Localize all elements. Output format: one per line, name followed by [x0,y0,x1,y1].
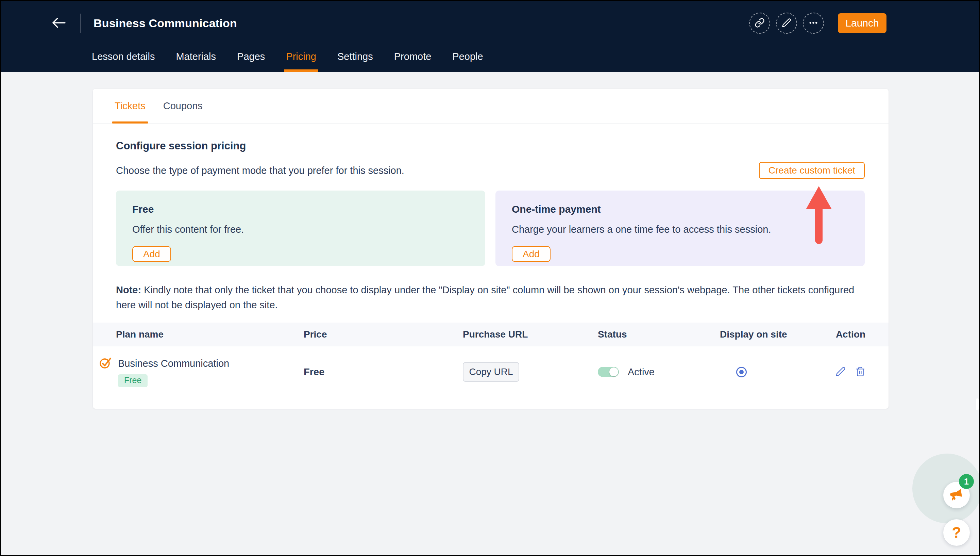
plan-cell: Business Communication Free [100,357,304,387]
column-purchase-url: Purchase URL [463,329,598,340]
header-left: Business Communication [51,14,237,33]
header-top-row: Business Communication [1,1,979,41]
app-header: Business Communication [1,1,979,72]
column-plan-name: Plan name [116,329,304,340]
ellipsis-icon [808,18,819,29]
more-options-button[interactable] [803,13,824,34]
status-cell: Active [598,367,720,378]
create-custom-ticket-button[interactable]: Create custom ticket [759,162,865,179]
pricing-subtabs: Tickets Coupons [93,89,888,123]
price-value: Free [304,367,463,378]
table-row: Business Communication Free Free Copy UR… [93,346,888,398]
purchase-url-cell: Copy URL [463,362,598,382]
status-label: Active [628,367,654,378]
help-button[interactable]: ? [943,519,970,546]
page-title: Business Communication [93,17,237,30]
tab-pricing[interactable]: Pricing [286,41,316,72]
note-text: Note: Kindly note that only the ticket t… [116,283,865,312]
plan-name-block: Business Communication Free [118,357,229,387]
option-onetime-title: One-time payment [512,204,848,215]
note-prefix: Note: [116,284,141,295]
option-onetime-description: Charge your learners a one time fee to a… [512,224,848,235]
tab-promote[interactable]: Promote [394,41,432,72]
notification-count-badge: 1 [959,474,974,489]
option-free-card: Free Offer this content for free. Add [116,191,485,266]
subtab-tickets[interactable]: Tickets [112,89,148,123]
plan-name: Business Communication [118,357,229,370]
add-free-button[interactable]: Add [132,246,171,262]
trash-icon [855,367,866,378]
display-on-site-cell [720,367,819,377]
tab-pages[interactable]: Pages [237,41,265,72]
delete-ticket-button[interactable] [855,367,866,378]
section-heading: Configure session pricing [116,140,865,152]
pencil-icon [782,18,791,29]
back-button[interactable] [51,16,67,31]
copy-link-button[interactable] [749,13,770,34]
arrow-left-icon [52,17,66,30]
subtab-coupons[interactable]: Coupons [161,89,205,123]
payment-options: Free Offer this content for free. Add On… [116,191,865,266]
pricing-card: Tickets Coupons Configure session pricin… [93,89,888,409]
status-toggle[interactable] [598,367,619,377]
scrollbar-thumb[interactable] [976,398,978,410]
check-circle-icon [100,357,112,387]
tab-people[interactable]: People [452,41,483,72]
column-status: Status [598,329,720,340]
copy-url-button[interactable]: Copy URL [463,362,519,382]
tab-lesson-details[interactable]: Lesson details [92,41,155,72]
main-tabs: Lesson details Materials Pages Pricing S… [1,41,979,72]
radio-dot [739,370,744,374]
tickets-table: Plan name Price Purchase URL Status Disp… [93,323,888,398]
option-free-title: Free [132,204,469,215]
edit-ticket-button[interactable] [835,367,846,378]
actions-cell [819,367,866,378]
tab-settings[interactable]: Settings [337,41,373,72]
column-action: Action [819,329,866,340]
header-actions: Launch [749,13,887,34]
column-display-on-site: Display on site [720,329,819,340]
option-free-description: Offer this content for free. [132,224,469,235]
add-onetime-button[interactable]: Add [512,246,551,262]
header-divider [80,14,81,33]
plan-free-badge: Free [118,374,148,387]
tab-materials[interactable]: Materials [176,41,216,72]
option-onetime-card: One-time payment Charge your learners a … [495,191,865,266]
table-header-row: Plan name Price Purchase URL Status Disp… [93,323,888,346]
display-on-site-radio[interactable] [736,367,747,377]
toggle-knob [609,367,618,377]
column-price: Price [304,329,463,340]
edit-title-button[interactable] [776,13,797,34]
link-icon [754,18,765,29]
launch-button[interactable]: Launch [838,13,887,33]
section-head: Configure session pricing Choose the typ… [93,123,888,176]
section-description: Choose the type of payment mode that you… [116,165,865,176]
app-window: Business Communication [0,0,980,556]
megaphone-icon [949,488,964,503]
edit-pencil-icon [835,367,846,378]
